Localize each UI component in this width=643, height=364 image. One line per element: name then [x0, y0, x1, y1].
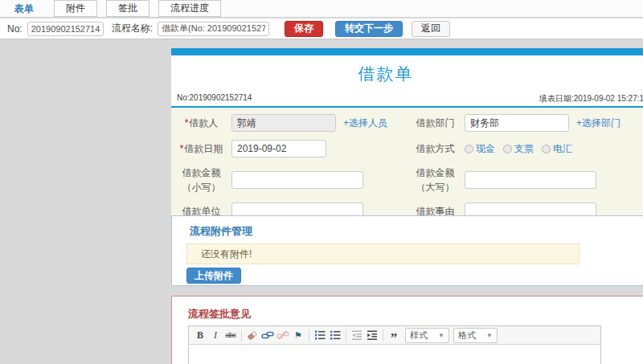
style-dropdown-label: 样式 — [410, 329, 428, 342]
no-input[interactable] — [27, 22, 104, 36]
select-department-link[interactable]: +选择部门 — [576, 117, 620, 130]
toolbar-separator — [383, 329, 383, 342]
department-input[interactable] — [465, 114, 569, 132]
radio-cheque[interactable]: 支票 — [503, 142, 534, 156]
forward-next-step-button[interactable]: 转交下一步 — [335, 21, 403, 37]
loan-form-page: { "tabs": { "items": [ { "label": "表单" }… — [0, 0, 643, 364]
outdent-icon[interactable] — [350, 328, 364, 342]
radio-button-icon[interactable] — [542, 145, 551, 153]
unlink-icon[interactable] — [276, 328, 290, 342]
loan-date-input[interactable] — [231, 140, 326, 157]
action-toolbar: No: 流程名称: 保存 转交下一步 返回 — [0, 18, 643, 39]
form-row-date-method: *借款日期 借款方式 现金 支票 电汇 — [171, 136, 643, 162]
link-icon[interactable] — [260, 328, 275, 342]
remove-format-icon[interactable] — [245, 328, 260, 342]
radio-cash[interactable]: 现金 — [465, 142, 495, 156]
editor-content-area[interactable] — [189, 345, 600, 364]
form-number: No:20190902152714 — [177, 93, 252, 102]
payment-method-group: 现金 支票 电汇 — [465, 142, 643, 156]
amount-upper-label: 借款金额（大写） — [406, 166, 465, 194]
loan-form-fields: *借款人 +选择人员 借款部门 +选择部门 *借款日期 借款方式 现金 支票 电… — [171, 108, 643, 231]
approval-heading: 流程签批意见 — [188, 307, 251, 321]
chevron-down-icon: ▼ — [438, 332, 444, 339]
approval-comment-editor: B I abc ⚑ — [188, 325, 601, 364]
approval-panel: 流程签批意见 B I abc ⚑ — [171, 296, 643, 364]
anchor-flag-icon[interactable]: ⚑ — [291, 328, 305, 342]
borrower-input[interactable] — [231, 114, 336, 132]
back-button[interactable]: 返回 — [412, 21, 450, 37]
tab-approval[interactable]: 签批 — [106, 0, 149, 17]
amount-upper-input[interactable] — [465, 171, 596, 189]
select-person-link[interactable]: +选择人员 — [343, 117, 387, 130]
toolbar-separator — [309, 329, 309, 342]
style-dropdown[interactable]: 样式 ▼ — [405, 328, 449, 343]
bold-icon[interactable]: B — [193, 328, 207, 342]
process-name-input[interactable] — [158, 22, 269, 36]
loan-form-panel: 借款单 No:20190902152714 填表日期:2019-09-02 15… — [171, 48, 643, 231]
save-button[interactable]: 保存 — [285, 21, 323, 37]
toolbar-separator — [241, 329, 242, 342]
toolbar-separator — [346, 329, 346, 342]
borrower-label: 借款人 — [189, 117, 218, 129]
tab-progress[interactable]: 流程进度 — [158, 0, 221, 17]
form-title: 借款单 — [358, 64, 414, 83]
upload-attachment-button[interactable]: 上传附件 — [186, 268, 241, 284]
tab-attachments[interactable]: 附件 — [54, 0, 97, 17]
attachments-panel: 流程附件管理 还没有附件! 上传附件 — [171, 215, 643, 286]
radio-button-icon[interactable] — [503, 145, 512, 153]
amount-lower-label: 借款金额（小写） — [171, 166, 231, 194]
bulleted-list-icon[interactable] — [328, 328, 342, 342]
panel-top-bar — [171, 48, 643, 55]
loan-date-label: 借款日期 — [184, 143, 223, 154]
radio-wire-transfer[interactable]: 电汇 — [542, 142, 572, 156]
process-name-label: 流程名称: — [112, 22, 153, 35]
no-attachments-alert: 还没有附件! — [186, 243, 580, 264]
format-dropdown[interactable]: 格式 ▼ — [453, 328, 498, 343]
form-fill-date: 填表日期:2019-09-02 15:27:1 — [539, 93, 643, 104]
form-row-borrower: *借款人 +选择人员 借款部门 +选择部门 — [171, 110, 643, 136]
required-marker: * — [185, 117, 189, 129]
attachments-heading: 流程附件管理 — [190, 224, 252, 239]
numbered-list-icon[interactable] — [313, 328, 327, 342]
required-marker: * — [180, 143, 184, 154]
tab-form[interactable]: 表单 — [3, 0, 45, 17]
format-dropdown-label: 格式 — [458, 329, 476, 342]
editor-toolbar: B I abc ⚑ — [189, 326, 600, 345]
blockquote-icon[interactable]: ” — [387, 328, 401, 342]
department-label: 借款部门 — [406, 116, 465, 130]
strikethrough-icon[interactable]: abc — [223, 328, 238, 342]
radio-button-icon[interactable] — [465, 145, 473, 153]
italic-icon[interactable]: I — [208, 328, 223, 342]
form-row-amounts: 借款金额（小写） 借款金额（大写） — [171, 162, 643, 198]
chevron-down-icon: ▼ — [486, 332, 493, 339]
tab-bar: 表单 附件 签批 流程进度 — [0, 0, 643, 18]
amount-lower-input[interactable] — [231, 171, 363, 189]
payment-method-label: 借款方式 — [406, 141, 465, 156]
indent-icon[interactable] — [365, 328, 379, 342]
no-label: No: — [7, 23, 23, 35]
